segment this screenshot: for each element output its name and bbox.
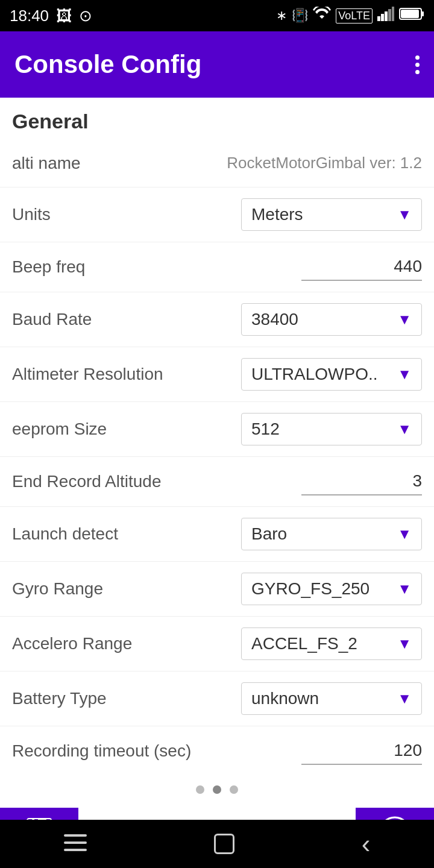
label-gyro-range: Gyro Range bbox=[12, 579, 217, 599]
row-beep-freq: Beep freq bbox=[0, 242, 434, 292]
svg-rect-15 bbox=[64, 849, 87, 851]
svg-rect-14 bbox=[64, 841, 87, 844]
more-menu-button[interactable] bbox=[415, 55, 420, 74]
row-eeprom-size: eeprom Size 512 ▼ bbox=[0, 402, 434, 457]
page-dot-3 bbox=[230, 785, 238, 794]
svg-rect-0 bbox=[377, 16, 380, 21]
label-alti-name: alti name bbox=[12, 154, 217, 173]
page-dot-1 bbox=[196, 785, 204, 794]
svg-rect-4 bbox=[392, 7, 394, 21]
svg-rect-3 bbox=[388, 9, 391, 21]
label-end-record-altitude: End Record Altitude bbox=[12, 472, 217, 491]
nav-bar: ‹ bbox=[0, 820, 434, 868]
status-bar: 18:40 🖼 ⊙ ∗ 📳 VoLTE bbox=[0, 0, 434, 31]
chevron-down-icon: ▼ bbox=[397, 311, 412, 328]
time-display: 18:40 bbox=[10, 7, 49, 25]
label-launch-detect: Launch detect bbox=[12, 524, 217, 544]
input-beep-freq[interactable] bbox=[301, 253, 422, 281]
svg-rect-6 bbox=[421, 11, 424, 16]
row-accelero-range: Accelero Range ACCEL_FS_2 ▼ bbox=[0, 617, 434, 671]
dropdown-gyro-range[interactable]: GYRO_FS_250 ▼ bbox=[241, 573, 422, 605]
dropdown-accelero-range[interactable]: ACCEL_FS_2 ▼ bbox=[241, 627, 422, 660]
row-recording-timeout: Recording timeout (sec) bbox=[0, 726, 434, 772]
row-gyro-range: Gyro Range GYRO_FS_250 ▼ bbox=[0, 562, 434, 617]
page-indicators bbox=[0, 772, 434, 808]
row-altimeter-resolution: Altimeter Resolution ULTRALOWPO.. ▼ bbox=[0, 347, 434, 402]
row-battery-type: Battery Type unknown ▼ bbox=[0, 671, 434, 726]
label-accelero-range: Accelero Range bbox=[12, 634, 217, 653]
dropdown-accelero-range-value: ACCEL_FS_2 bbox=[251, 634, 357, 653]
row-alti-name: alti name RocketMotorGimbal ver: 1.2 bbox=[0, 139, 434, 187]
dropdown-altimeter-resolution-value: ULTRALOWPO.. bbox=[251, 365, 378, 384]
app-title: Console Config bbox=[14, 50, 201, 79]
label-eeprom-size: eeprom Size bbox=[12, 420, 217, 439]
nav-back-button[interactable]: ‹ bbox=[362, 829, 371, 859]
dropdown-gyro-range-value: GYRO_FS_250 bbox=[251, 579, 370, 599]
dropdown-units[interactable]: Meters ▼ bbox=[241, 198, 422, 231]
dropdown-eeprom-size-value: 512 bbox=[251, 420, 280, 439]
row-launch-detect: Launch detect Baro ▼ bbox=[0, 507, 434, 562]
nav-home-button[interactable] bbox=[214, 834, 234, 854]
row-end-record-altitude: End Record Altitude bbox=[0, 457, 434, 507]
svg-rect-1 bbox=[381, 14, 384, 21]
svg-rect-2 bbox=[385, 11, 388, 21]
battery-icon bbox=[399, 7, 424, 24]
dropdown-battery-type-value: unknown bbox=[251, 689, 319, 708]
row-baud-rate: Baud Rate 38400 ▼ bbox=[0, 292, 434, 347]
label-beep-freq: Beep freq bbox=[12, 257, 217, 277]
label-recording-timeout: Recording timeout (sec) bbox=[12, 741, 217, 761]
svg-rect-7 bbox=[401, 10, 419, 18]
dropdown-battery-type[interactable]: unknown ▼ bbox=[241, 682, 422, 715]
page-dot-2 bbox=[213, 785, 221, 794]
label-battery-type: Battery Type bbox=[12, 689, 217, 708]
row-units: Units Meters ▼ bbox=[0, 187, 434, 242]
dropdown-units-value: Meters bbox=[251, 205, 303, 224]
chevron-down-icon: ▼ bbox=[397, 580, 412, 597]
dropdown-launch-detect[interactable]: Baro ▼ bbox=[241, 518, 422, 550]
value-alti-name: RocketMotorGimbal ver: 1.2 bbox=[217, 154, 422, 172]
signal-icon bbox=[377, 7, 394, 25]
app-bar: Console Config bbox=[0, 31, 434, 98]
section-general-header: General bbox=[0, 98, 434, 139]
input-recording-timeout[interactable] bbox=[301, 737, 422, 765]
svg-rect-13 bbox=[64, 834, 87, 837]
home-icon bbox=[214, 834, 234, 854]
dropdown-launch-detect-value: Baro bbox=[251, 524, 287, 544]
nav-menu-button[interactable] bbox=[64, 831, 87, 857]
wifi-icon bbox=[313, 7, 331, 25]
label-baud-rate: Baud Rate bbox=[12, 310, 217, 329]
chevron-down-icon: ▼ bbox=[397, 690, 412, 707]
record-icon: ⊙ bbox=[79, 7, 92, 25]
bluetooth-icon: ∗ bbox=[276, 8, 287, 24]
chevron-down-icon: ▼ bbox=[397, 421, 412, 438]
dropdown-baud-rate-value: 38400 bbox=[251, 310, 298, 329]
dropdown-altimeter-resolution[interactable]: ULTRALOWPO.. ▼ bbox=[241, 358, 422, 391]
input-end-record-altitude[interactable] bbox=[301, 468, 422, 495]
chevron-down-icon: ▼ bbox=[397, 526, 412, 542]
dropdown-eeprom-size[interactable]: 512 ▼ bbox=[241, 413, 422, 445]
config-content: General alti name RocketMotorGimbal ver:… bbox=[0, 98, 434, 772]
label-altimeter-resolution: Altimeter Resolution bbox=[12, 365, 217, 384]
photo-icon: 🖼 bbox=[56, 7, 72, 25]
volte-icon: VoLTE bbox=[336, 8, 373, 24]
chevron-down-icon: ▼ bbox=[397, 635, 412, 652]
dropdown-baud-rate[interactable]: 38400 ▼ bbox=[241, 303, 422, 336]
vibrate-icon: 📳 bbox=[292, 8, 308, 24]
chevron-down-icon: ▼ bbox=[397, 366, 412, 383]
chevron-down-icon: ▼ bbox=[397, 206, 412, 223]
label-units: Units bbox=[12, 205, 217, 224]
